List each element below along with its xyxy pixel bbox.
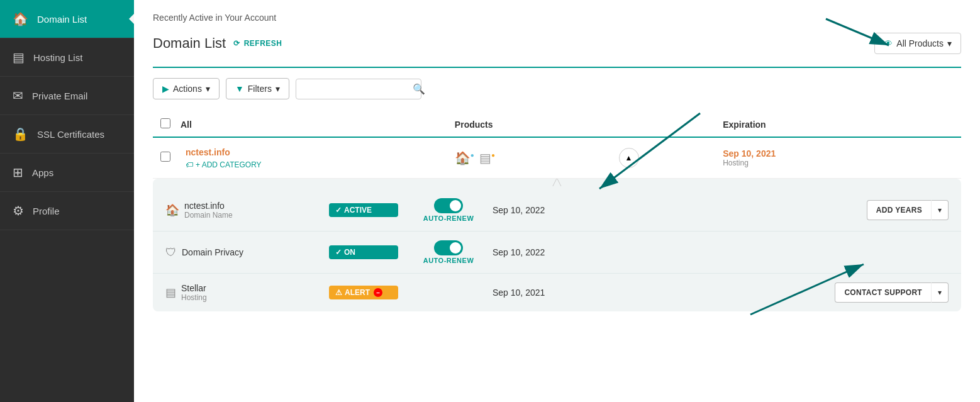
sidebar-item-private-email[interactable]: ✉ Private Email xyxy=(0,77,134,115)
sidebar-item-label: Profile xyxy=(33,206,60,216)
checkmark-icon: ✓ xyxy=(335,206,342,215)
refresh-icon: ⟳ xyxy=(233,39,240,48)
filters-button[interactable]: ▼ Filters ▾ xyxy=(226,78,289,99)
all-products-button[interactable]: 👁 All Products ▾ xyxy=(874,33,961,54)
main-content: Recently Active in Your Account Domain L… xyxy=(134,0,980,402)
status-badge-active: ✓ ACTIVE xyxy=(329,203,398,217)
stellar-name: ▤ Stellar Hosting xyxy=(165,283,329,302)
sidebar-item-label: Domain List xyxy=(37,14,87,25)
sidebar-item-label: Private Email xyxy=(32,91,87,101)
domain-name-cell: nctest.info 🏷 + ADD CATEGORY xyxy=(178,137,447,179)
domain-list-header: Domain List ⟳ REFRESH 👁 All Products ▾ xyxy=(153,33,961,54)
status-col: ✓ ACTIVE xyxy=(329,203,404,217)
shield-icon: 🛡 xyxy=(165,246,177,259)
expanded-name-text: nctest.info xyxy=(184,201,233,211)
home-icon: 🏠 xyxy=(13,11,28,26)
tag-icon: 🏷 xyxy=(186,160,193,169)
domain-icons: 🏠● ▤● xyxy=(455,150,604,165)
expanded-name-sub: Domain Name xyxy=(184,211,233,220)
expanded-row: 🛡 Domain Privacy ✓ ON xyxy=(153,232,961,274)
row-checkbox-cell xyxy=(153,137,178,179)
select-all-checkbox[interactable] xyxy=(160,118,170,128)
checkbox-header xyxy=(153,112,178,137)
chevron-down-icon: ▾ xyxy=(206,84,210,94)
status-col: ✓ ON xyxy=(329,245,404,259)
stellar-name-text: Stellar xyxy=(181,283,207,293)
expanded-name-text: Domain Privacy xyxy=(182,247,243,257)
server-icon: ▤ xyxy=(165,286,176,299)
chevron-down-icon: ▾ xyxy=(947,38,952,48)
sidebar-item-apps[interactable]: ⊞ Apps xyxy=(0,154,134,192)
recently-active-label: Recently Active in Your Account xyxy=(153,13,961,23)
expiration-sub: Hosting xyxy=(723,159,909,167)
auto-renew-col: AUTO-RENEW xyxy=(404,240,493,264)
col-products: Products xyxy=(447,112,611,137)
search-icon: 🔍 xyxy=(413,83,425,95)
action-btn-group: ADD YEARS ▾ xyxy=(867,200,949,220)
expiration-date: Sep 10, 2022 xyxy=(493,205,606,215)
expanded-panel: ▲ 🏠 nctest.info Domain Name xyxy=(153,179,961,311)
domain-link[interactable]: nctest.info xyxy=(186,147,230,157)
domain-table: All Products Expiration nctest.info xyxy=(153,112,961,318)
stellar-row: ▤ Stellar Hosting ⚠ ALERT – xyxy=(153,274,961,311)
search-box: 🔍 xyxy=(296,79,421,99)
auto-renew-col: AUTO-RENEW xyxy=(404,198,493,222)
status-col: ⚠ ALERT – xyxy=(329,286,404,299)
sidebar: 🏠 Domain List ▤ Hosting List ✉ Private E… xyxy=(0,0,134,402)
auto-renew-toggle[interactable] xyxy=(434,198,463,213)
actions-button[interactable]: ▶ Actions ▾ xyxy=(153,78,220,99)
server-icon: ▤ xyxy=(13,50,25,65)
expanded-name: 🏠 nctest.info Domain Name xyxy=(165,201,329,220)
status-badge-alert: ⚠ ALERT – xyxy=(329,286,398,299)
checkmark-icon: ✓ xyxy=(335,248,342,257)
chevron-down-icon: ▾ xyxy=(276,84,280,94)
status-badge-on: ✓ ON xyxy=(329,245,398,259)
sidebar-item-domain-list[interactable]: 🏠 Domain List xyxy=(0,0,134,38)
refresh-button[interactable]: ⟳ REFRESH xyxy=(233,39,282,48)
page-title: Domain List xyxy=(153,35,226,52)
contact-support-dropdown[interactable]: ▾ xyxy=(931,282,949,303)
auto-renew-toggle[interactable] xyxy=(434,240,463,255)
apps-icon: ⊞ xyxy=(13,165,23,180)
lock-icon: 🔒 xyxy=(13,126,28,142)
domain-action-cell xyxy=(916,137,961,179)
stellar-sub: Hosting xyxy=(181,293,207,302)
alert-icon: ⚠ xyxy=(335,288,342,297)
add-years-dropdown[interactable]: ▾ xyxy=(931,200,949,220)
col-expiration: Expiration xyxy=(715,112,916,137)
add-years-button[interactable]: ADD YEARS xyxy=(867,200,931,220)
add-category-label[interactable]: 🏷 + ADD CATEGORY xyxy=(186,160,440,169)
house-icon: 🏠● xyxy=(455,150,474,165)
search-input[interactable] xyxy=(303,84,413,94)
sidebar-item-label: SSL Certificates xyxy=(37,129,104,140)
minus-badge: – xyxy=(374,288,382,297)
sidebar-item-label: Hosting List xyxy=(33,52,82,63)
expanded-row: 🏠 nctest.info Domain Name ✓ ACTIVE xyxy=(153,189,961,232)
expand-button[interactable]: ▲ xyxy=(619,148,639,168)
col-status xyxy=(611,112,716,137)
stellar-action-group: CONTACT SUPPORT ▾ xyxy=(835,282,949,303)
col-actions xyxy=(916,112,961,137)
col-all: All xyxy=(178,112,447,137)
auto-renew-label: AUTO-RENEW xyxy=(423,257,474,264)
row-checkbox[interactable] xyxy=(160,152,170,162)
sidebar-item-label: Apps xyxy=(32,167,53,178)
domain-icon: 🏠 xyxy=(165,203,179,217)
toolbar: ▶ Actions ▾ ▼ Filters ▾ 🔍 xyxy=(153,78,961,99)
email-icon: ✉ xyxy=(13,88,23,103)
expanded-panel-cell: ▲ 🏠 nctest.info Domain Name xyxy=(153,179,961,318)
contact-support-button[interactable]: CONTACT SUPPORT xyxy=(835,282,931,303)
domain-list-title: Domain List ⟳ REFRESH xyxy=(153,35,282,52)
server-icon: ▤● xyxy=(479,150,495,165)
domain-expand-cell: ▲ xyxy=(611,137,716,179)
expiration-date: Sep 10, 2022 xyxy=(493,247,606,257)
table-row: nctest.info 🏷 + ADD CATEGORY 🏠● ▤● ▲ xyxy=(153,137,961,179)
filter-icon: ▼ xyxy=(235,84,244,94)
sidebar-item-profile[interactable]: ⚙ Profile xyxy=(0,192,134,230)
sidebar-item-ssl-certificates[interactable]: 🔒 SSL Certificates xyxy=(0,115,134,154)
auto-renew-label: AUTO-RENEW xyxy=(423,215,474,222)
sidebar-item-hosting-list[interactable]: ▤ Hosting List xyxy=(0,38,134,77)
gear-icon: ⚙ xyxy=(13,203,24,218)
table-body: nctest.info 🏷 + ADD CATEGORY 🏠● ▤● ▲ xyxy=(153,137,961,318)
expanded-name: 🛡 Domain Privacy xyxy=(165,246,329,259)
